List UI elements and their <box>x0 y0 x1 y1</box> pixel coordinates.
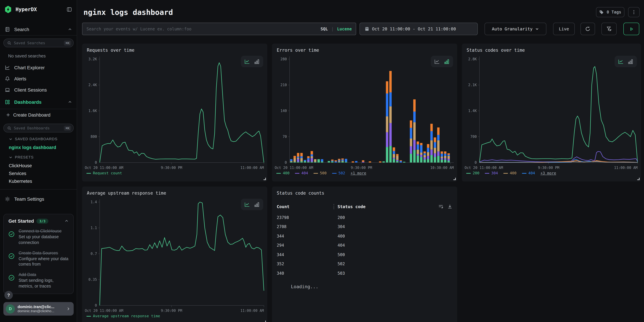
sidebar-item-client-sessions[interactable]: Client Sessions <box>0 85 77 95</box>
svg-text:Oct 20 11:00:00 AM: Oct 20 11:00:00 AM <box>464 166 503 170</box>
group-header-presets[interactable]: PRESETS <box>9 155 34 159</box>
line-chart-mini-icon[interactable] <box>244 202 250 207</box>
group-header-saved-dashboards[interactable]: SAVED DASHBOARDS <box>9 137 58 141</box>
user-names: dominic.tran@clic... dominic.tran@clickh… <box>18 305 64 313</box>
tags-label: 0 Tags <box>607 10 621 14</box>
more-options-button[interactable] <box>628 7 640 17</box>
resize-handle-icon[interactable] <box>264 178 266 180</box>
get-started-item-title: Connect to ClickHouse <box>18 228 68 234</box>
table-row[interactable]: 344500 <box>277 250 452 259</box>
get-started-item[interactable]: Create Data SourcesConfigure where your … <box>8 250 68 267</box>
legend-more-link[interactable]: +1 more <box>350 171 366 175</box>
live-label: Live <box>559 26 569 32</box>
table-row[interactable]: 294404 <box>277 241 452 250</box>
requests-over-time-chart[interactable]: 08001.6K2.4K3.2KOct 20 11:00:00 AM9:30:0… <box>82 44 267 182</box>
lucene-mode-toggle[interactable]: Lucene <box>337 26 352 31</box>
table-row[interactable]: 344400 <box>277 232 452 241</box>
legend-more-link[interactable]: +3 more <box>540 171 556 175</box>
date-range-picker[interactable]: Oct 20 11:00:00 - Oct 21 11:00:00 <box>360 23 478 35</box>
get-started-header[interactable]: Get Started 3/3 <box>8 218 68 224</box>
legend-item[interactable]: 404 <box>295 171 308 175</box>
tags-button[interactable]: 0 Tags <box>596 7 624 17</box>
check-circle-icon <box>8 231 14 237</box>
filter-pencil-icon <box>606 26 612 32</box>
bar-chart-mini-icon[interactable] <box>444 59 450 64</box>
cell-count: 340 <box>277 271 338 276</box>
dashboard-link-kubernetes[interactable]: Kubernetes <box>9 179 32 184</box>
refresh-button[interactable] <box>580 23 595 35</box>
bar-chart-mini-icon[interactable] <box>254 59 260 64</box>
legend-item[interactable]: 400 <box>504 171 516 175</box>
cell-status-code: 502 <box>338 262 345 266</box>
sidebar-item-team-settings[interactable]: Team Settings <box>0 194 77 204</box>
journal-icon <box>5 27 10 32</box>
table-row[interactable]: 340503 <box>277 268 452 278</box>
event-search-input[interactable] <box>86 26 317 31</box>
resize-handle-icon[interactable] <box>264 321 266 322</box>
sidebar-item-dashboards[interactable]: Dashboards <box>0 96 77 108</box>
saved-searches-input[interactable]: Saved Searches ⌘K <box>4 38 74 47</box>
sidebar-collapse-icon[interactable] <box>66 7 72 12</box>
table-header: Count Status code <box>277 202 452 211</box>
wrap-columns-icon[interactable] <box>438 204 443 209</box>
column-header-status-code[interactable]: Status code <box>338 204 366 209</box>
bar-chart-mini-icon[interactable] <box>628 59 634 64</box>
create-dashboard-button[interactable]: Create Dashboard <box>0 110 77 119</box>
legend-item[interactable]: 500 <box>314 171 327 175</box>
table-row[interactable]: 2708304 <box>277 222 452 232</box>
filter-edit-button[interactable] <box>602 23 617 35</box>
resize-handle-icon[interactable] <box>637 178 640 180</box>
get-started-item[interactable]: Add DataStart sending logs, metrics, or … <box>8 272 68 289</box>
chevron-up-icon[interactable] <box>68 27 72 32</box>
chevron-up-icon[interactable] <box>64 219 68 223</box>
loading-text: Loading... <box>291 284 318 289</box>
sidebar-item-chart-explorer[interactable]: Chart Explorer <box>0 62 77 73</box>
dashboard-link-clickhouse[interactable]: ClickHouse <box>9 163 32 168</box>
errors-over-time-chart[interactable]: 070140210280Oct 20 11:00:00 AM9:30:00 PM… <box>272 44 457 182</box>
bar-chart-mini-icon[interactable] <box>254 202 260 207</box>
panel-requests-over-time: 08001.6K2.4K3.2KOct 20 11:00:00 AM9:30:0… <box>82 44 267 182</box>
legend-item[interactable]: Request count <box>86 171 122 175</box>
chevron-up-icon[interactable] <box>68 100 72 104</box>
sidebar-item-alerts[interactable]: Alerts <box>0 74 77 84</box>
cell-status-code: 400 <box>338 234 345 238</box>
user-card[interactable]: D dominic.tran@clic... dominic.tran@clic… <box>4 302 74 316</box>
help-button[interactable]: ? <box>4 291 13 299</box>
line-chart-mini-icon[interactable] <box>618 59 624 64</box>
line-chart-mini-icon[interactable] <box>434 59 440 64</box>
download-csv-icon[interactable] <box>447 204 452 209</box>
status-codes-over-time-chart[interactable]: 07001.4K2.1K2.8KOct 20 11:00:00 AM9:30:0… <box>462 44 641 182</box>
line-chart-mini-icon[interactable] <box>244 59 250 64</box>
column-resize-handle[interactable] <box>334 204 334 209</box>
chevron-right-icon <box>66 307 70 311</box>
chart-mode-toggle <box>431 56 453 67</box>
legend-item[interactable]: 502 <box>332 171 345 175</box>
cell-count: 344 <box>277 234 338 238</box>
get-started-item[interactable]: Connect to ClickHouseSet up your databas… <box>8 228 68 246</box>
refresh-icon <box>585 26 590 32</box>
svg-text:2.8K: 2.8K <box>468 57 477 61</box>
column-header-count[interactable]: Count <box>277 204 334 209</box>
legend-item[interactable]: 304 <box>485 171 498 175</box>
legend-item[interactable]: 200 <box>466 171 480 175</box>
granularity-select[interactable]: Auto Granularity <box>484 23 546 35</box>
legend-item[interactable]: 404 <box>522 171 535 175</box>
avg-upstream-response-time-chart[interactable]: 00.350.71.11.4Oct 20 11:00:00 AM9:30:00 … <box>82 186 267 322</box>
svg-text:10:30:00 AM: 10:30:00 AM <box>430 166 454 170</box>
legend-item[interactable]: Average upstream response time <box>86 314 160 318</box>
resize-handle-icon[interactable] <box>454 178 456 180</box>
legend-item[interactable]: 400 <box>276 171 290 175</box>
play-icon <box>629 26 634 31</box>
sidebar: HyperDX Search Saved Searches ⌘K No save… <box>0 0 77 322</box>
saved-dashboards-input[interactable]: Saved Dashboards ⌘K <box>4 124 74 132</box>
gear-icon <box>5 196 10 202</box>
svg-text:1.4: 1.4 <box>90 200 97 204</box>
table-row[interactable]: 23798200 <box>277 213 452 222</box>
run-query-button[interactable] <box>624 23 639 35</box>
dashboard-link-nginx-logs-dashboard[interactable]: nginx logs dashboard <box>9 145 56 150</box>
sidebar-item-search[interactable]: Search <box>0 24 77 35</box>
table-row[interactable]: 352502 <box>277 259 452 268</box>
dashboard-link-services[interactable]: Services <box>9 171 26 176</box>
sql-mode-toggle[interactable]: SQL <box>320 26 328 31</box>
live-button[interactable]: Live <box>553 23 575 35</box>
